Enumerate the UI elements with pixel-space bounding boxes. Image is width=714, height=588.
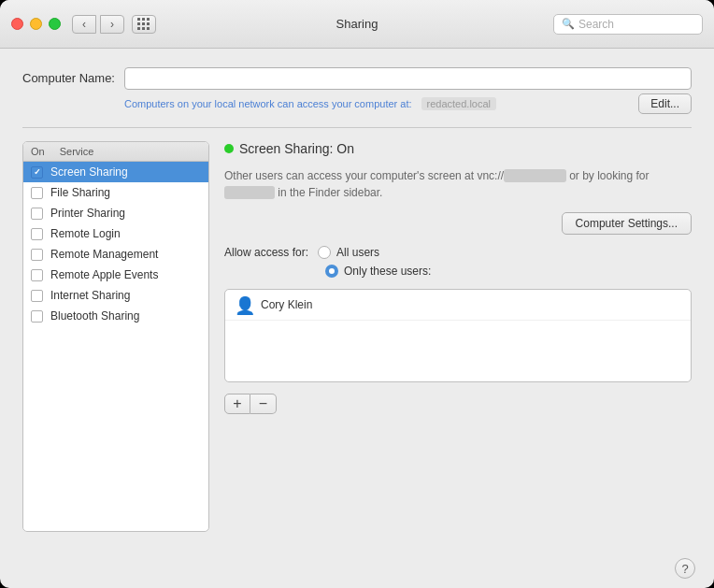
local-address: redacted.local	[421, 97, 497, 110]
url-blur: 192.168.1.x	[504, 169, 566, 182]
status-description: Other users can access your computer's s…	[224, 167, 692, 201]
service-item[interactable]: Internet Sharing	[23, 285, 208, 306]
service-checkbox[interactable]	[31, 310, 43, 323]
service-checkbox[interactable]	[31, 249, 43, 261]
service-item[interactable]: Screen Sharing	[23, 162, 208, 182]
service-checkbox[interactable]	[31, 208, 43, 220]
divider	[22, 127, 692, 128]
access-row: Allow access for: All users	[224, 246, 692, 259]
computer-name-right: Computers on your local network can acce…	[124, 67, 692, 114]
grid-icon	[137, 18, 150, 31]
only-these-label: Only these users:	[344, 265, 431, 278]
service-header: On Service	[23, 142, 208, 162]
desc-line3: in the Finder sidebar.	[275, 186, 382, 199]
close-button[interactable]	[11, 18, 23, 30]
service-item-label: Bluetooth Sharing	[50, 309, 139, 323]
desc-line1: Other users can access your computer's s…	[224, 169, 504, 182]
service-checkbox[interactable]	[31, 269, 43, 281]
service-item-label: Printer Sharing	[50, 207, 125, 220]
main-window: ‹ › Sharing 🔍 Computer Name: Computers o…	[0, 0, 714, 588]
computer-name-input[interactable]	[124, 67, 692, 90]
window-title: Sharing	[336, 17, 378, 31]
service-item-label: Internet Sharing	[50, 289, 130, 302]
service-checkbox[interactable]	[31, 166, 43, 179]
service-item-label: Remote Apple Events	[50, 268, 158, 281]
service-checkbox[interactable]	[31, 228, 43, 240]
bottom-bar: ?	[0, 551, 714, 588]
allow-label: Allow access for:	[224, 246, 308, 259]
computer-name-sub: Computers on your local network can acce…	[124, 93, 692, 114]
all-users-radio[interactable]	[318, 246, 331, 259]
titlebar: ‹ › Sharing 🔍	[0, 0, 714, 49]
service-item[interactable]: Printer Sharing	[23, 203, 208, 223]
only-these-radio[interactable]	[325, 265, 338, 278]
all-users-label: All users	[336, 246, 379, 259]
minimize-button[interactable]	[30, 18, 42, 30]
users-list: 👤 Cory Klein	[224, 289, 692, 382]
help-button[interactable]: ?	[675, 558, 695, 579]
forward-button[interactable]: ›	[100, 15, 124, 34]
service-item[interactable]: Remote Apple Events	[23, 265, 208, 285]
content-area: Computer Name: Computers on your local n…	[0, 49, 714, 551]
service-item-label: Remote Management	[50, 248, 158, 261]
only-these-radio-row[interactable]: Only these users:	[224, 265, 692, 278]
main-panel: On Service Screen Sharing File Sharing P…	[22, 141, 692, 532]
access-options: Allow access for: All users Only these u…	[224, 246, 692, 278]
users-toolbar: + −	[224, 394, 692, 414]
service-checkbox[interactable]	[31, 290, 43, 302]
service-item-label: File Sharing	[50, 186, 110, 199]
service-checkbox[interactable]	[31, 187, 43, 199]
status-text: Screen Sharing: On	[239, 141, 354, 156]
service-detail: Screen Sharing: On Other users can acces…	[224, 141, 692, 532]
back-button[interactable]: ‹	[72, 15, 96, 34]
remove-user-button[interactable]: −	[250, 394, 277, 414]
user-item[interactable]: 👤 Cory Klein	[225, 290, 691, 321]
nav-buttons: ‹ ›	[72, 15, 124, 34]
screen-sharing-status: Screen Sharing: On	[224, 141, 692, 156]
add-user-button[interactable]: +	[224, 394, 250, 414]
all-users-radio-row[interactable]: All users	[318, 246, 379, 259]
service-header-service: Service	[60, 146, 94, 157]
search-icon: 🔍	[562, 18, 575, 30]
service-items: Screen Sharing File Sharing Printer Shar…	[23, 162, 208, 531]
service-item[interactable]: Remote Management	[23, 244, 208, 265]
service-item-label: Remote Login	[50, 227, 121, 240]
user-icon: 👤	[235, 295, 253, 314]
search-input[interactable]	[578, 18, 694, 31]
service-item[interactable]: Remote Login	[23, 223, 208, 244]
service-item[interactable]: Bluetooth Sharing	[23, 306, 208, 326]
traffic-lights	[11, 18, 61, 30]
service-item[interactable]: File Sharing	[23, 182, 208, 203]
name-blur: MacBook	[224, 186, 275, 199]
service-item-label: Screen Sharing	[50, 165, 128, 179]
status-dot	[224, 144, 234, 153]
service-list: On Service Screen Sharing File Sharing P…	[22, 141, 209, 532]
desc-line2: or by looking for	[566, 169, 650, 182]
computer-name-label: Computer Name:	[22, 67, 115, 85]
edit-button[interactable]: Edit...	[638, 93, 692, 114]
computer-name-description: Computers on your local network can acce…	[124, 98, 412, 109]
search-box[interactable]: 🔍	[553, 14, 703, 35]
grid-button[interactable]	[132, 15, 156, 34]
computer-settings-button[interactable]: Computer Settings...	[562, 212, 692, 235]
maximize-button[interactable]	[49, 18, 61, 30]
service-header-on: On	[31, 146, 45, 157]
user-name: Cory Klein	[261, 298, 312, 311]
computer-name-row: Computer Name: Computers on your local n…	[22, 67, 692, 114]
